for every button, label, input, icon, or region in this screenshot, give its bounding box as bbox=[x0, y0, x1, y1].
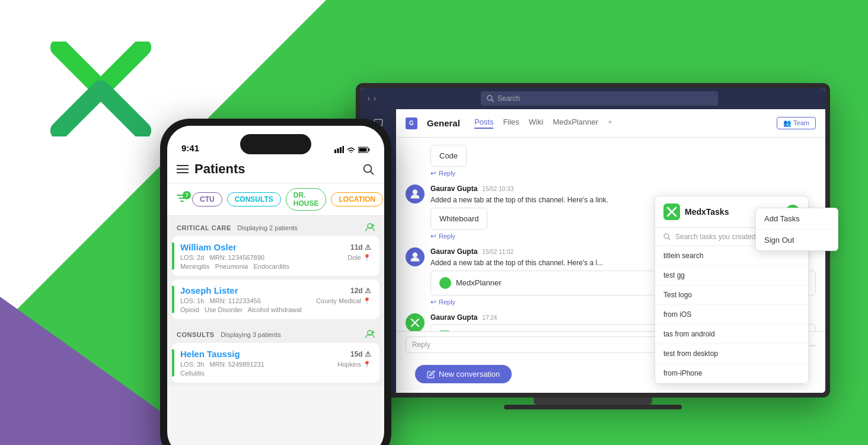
medxtasks-logo-svg bbox=[663, 204, 680, 220]
reply-label: Reply bbox=[439, 170, 455, 177]
code-card: Code bbox=[430, 145, 467, 167]
patient-location-joseph: County Medical 📍 bbox=[316, 297, 371, 305]
medxplanner-card-logo bbox=[439, 277, 451, 289]
reply-code[interactable]: ↩ Reply bbox=[430, 169, 816, 177]
user-avatar-icon bbox=[409, 188, 421, 200]
consults-title-row: CONSULTS Displaying 3 patients bbox=[177, 329, 281, 339]
forward-arrow[interactable]: › bbox=[374, 94, 376, 103]
filter-badge: 7 bbox=[183, 191, 191, 199]
search-text: Search bbox=[497, 94, 520, 103]
back-arrow[interactable]: ‹ bbox=[368, 94, 370, 103]
add-patient-consults-icon bbox=[365, 329, 375, 339]
context-menu-sign-out[interactable]: Sign Out bbox=[756, 230, 838, 250]
filter-ctu[interactable]: CTU bbox=[192, 192, 222, 206]
more-icon[interactable]: ··· bbox=[809, 341, 816, 349]
svg-point-15 bbox=[487, 96, 492, 100]
signal-icon bbox=[334, 146, 344, 153]
patient-card-helen[interactable]: Helen Taussig 15d ⚠ LOS: 3h MRN: 5249891… bbox=[172, 343, 379, 383]
menu-line bbox=[177, 172, 189, 173]
svg-line-8 bbox=[371, 171, 374, 174]
app-logo bbox=[47, 42, 154, 139]
message-code-content: Code ↩ Reply bbox=[430, 142, 816, 177]
patient-details-joseph: LOS: 1h MRN: 112233456 County Medical 📍 bbox=[180, 297, 371, 305]
medx-logo-icon bbox=[410, 317, 420, 328]
reply-label-3: Reply bbox=[439, 298, 455, 306]
critical-care-header: CRITICAL CARE Displaying 2 patients bbox=[167, 216, 384, 236]
team-btn-label: Team bbox=[793, 119, 809, 126]
patient-card-william[interactable]: William Osler 11d ⚠ LOS: 2d MRN: 1234567… bbox=[172, 236, 379, 276]
tab-wiki[interactable]: Wiki bbox=[529, 117, 544, 129]
phone-mockup: 9:41 bbox=[160, 119, 391, 445]
phone-header-left: Patients bbox=[177, 161, 245, 177]
menu-line bbox=[177, 165, 189, 166]
compose-icon bbox=[427, 370, 435, 379]
svg-point-25 bbox=[664, 234, 669, 239]
add-patient-critical[interactable] bbox=[365, 223, 375, 232]
new-conversation-label: New conversation bbox=[439, 370, 500, 379]
whiteboard-card: Whiteboard bbox=[430, 208, 487, 230]
patient-name-row: William Osler 11d ⚠ bbox=[180, 242, 371, 252]
context-menu-add-tasks[interactable]: Add Tasks bbox=[756, 208, 838, 230]
medxplanner-card-label: MedxPlanner bbox=[456, 278, 502, 287]
task-item-3[interactable]: from iOS bbox=[655, 305, 808, 325]
reply-arrow-2: ↩ bbox=[430, 232, 436, 240]
task-item-4[interactable]: tas from android bbox=[655, 325, 808, 344]
search-icon[interactable] bbox=[362, 163, 375, 176]
reply-placeholder: Reply bbox=[412, 341, 430, 349]
patient-location-william: Dole 📍 bbox=[347, 254, 371, 262]
message-time-gaurav-2: 15/02 11:02 bbox=[482, 249, 513, 255]
tab-posts[interactable]: Posts bbox=[474, 117, 494, 129]
tab-add[interactable]: + bbox=[608, 117, 612, 129]
tab-files[interactable]: Files bbox=[503, 117, 519, 129]
search-icon-teams bbox=[487, 95, 494, 102]
patient-details-helen: LOS: 3h MRN: 5249891231 Hopkins 📍 bbox=[180, 361, 371, 368]
patient-details-william: LOS: 2d MRN: 1234567890 Dole 📍 bbox=[180, 254, 371, 262]
filter-consults[interactable]: CONSULTS bbox=[227, 192, 281, 206]
message-time-gaurav-3: 17:24 bbox=[482, 314, 497, 321]
add-patient-icon bbox=[365, 223, 375, 232]
wifi-icon bbox=[347, 147, 355, 153]
team-btn-icon: 👥 bbox=[783, 119, 792, 126]
task-item-5[interactable]: test from desktop bbox=[655, 344, 808, 364]
filter-icon-container[interactable]: 7 bbox=[177, 195, 187, 204]
message-author-gaurav-2: Gaurav Gupta bbox=[430, 247, 477, 256]
avatar-gaurav-3 bbox=[406, 313, 425, 331]
svg-line-26 bbox=[669, 239, 671, 240]
svg-line-16 bbox=[492, 100, 494, 102]
consults-count: Displaying 3 patients bbox=[221, 331, 281, 338]
teams-search-bar[interactable]: Search bbox=[481, 91, 718, 106]
medxtasks-logo bbox=[663, 204, 680, 220]
phone-notch bbox=[240, 134, 311, 154]
menu-line bbox=[177, 169, 189, 170]
nav-arrows: ‹ › bbox=[368, 94, 376, 103]
teams-titlebar: ‹ › Search bbox=[360, 88, 825, 109]
patient-los-william: 11d ⚠ bbox=[350, 243, 371, 252]
filter-location[interactable]: LOCATION bbox=[331, 192, 383, 206]
team-button[interactable]: 👥 Team bbox=[777, 117, 816, 129]
channel-team-icon: G bbox=[406, 117, 417, 129]
phone-time: 9:41 bbox=[181, 143, 199, 153]
patient-los-joseph: 12d ⚠ bbox=[350, 287, 371, 295]
patient-diagnoses-joseph: Opioid Use Disorder Alcohol withdrawal bbox=[180, 306, 371, 313]
patient-list: CRITICAL CARE Displaying 2 patients bbox=[167, 216, 384, 386]
new-conversation-button[interactable]: New conversation bbox=[415, 365, 512, 383]
task-item-6[interactable]: from-iPhone bbox=[655, 364, 808, 383]
avatar-gaurav-2 bbox=[406, 247, 425, 266]
reply-label-2: Reply bbox=[439, 233, 455, 240]
patients-title: Patients bbox=[194, 161, 245, 177]
message-author-gaurav-1: Gaurav Gupta bbox=[430, 185, 477, 193]
tab-medxplanner[interactable]: MedxPlanner bbox=[553, 117, 598, 129]
patient-diagnoses-helen: Cellulitis bbox=[180, 370, 371, 377]
medxtasks-search-icon bbox=[663, 233, 671, 240]
patient-mrn-joseph: LOS: 1h MRN: 112233456 bbox=[180, 297, 261, 305]
battery-icon bbox=[358, 147, 370, 153]
menu-icon[interactable] bbox=[177, 165, 189, 173]
task-item-1[interactable]: test gg bbox=[655, 266, 808, 285]
task-item-2[interactable]: Test logo bbox=[655, 285, 808, 305]
patient-mrn-william: LOS: 2d MRN: 1234567890 bbox=[180, 254, 264, 262]
patient-card-joseph[interactable]: Joseph Lister 12d ⚠ LOS: 1h MRN: 1122334… bbox=[172, 279, 379, 319]
patient-mrn-helen: LOS: 3h MRN: 5249891231 bbox=[180, 361, 264, 368]
add-patient-consults[interactable] bbox=[365, 329, 375, 339]
patient-name-william: William Osler bbox=[180, 242, 237, 252]
filter-drhouse[interactable]: DR. HOUSE bbox=[286, 188, 327, 211]
